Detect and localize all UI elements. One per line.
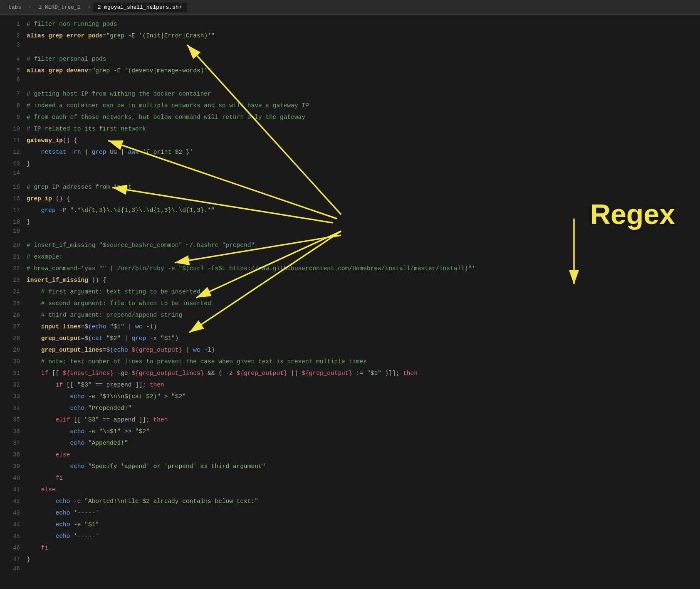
line-46: 46 fi <box>0 542 700 554</box>
line-20: 20# insert_if_missing "$source_bashrc_co… <box>0 239 700 251</box>
line-40: 40 fi <box>0 472 700 484</box>
line-14: 14 <box>0 170 700 181</box>
line-38: 38 else <box>0 449 700 461</box>
line-24: 24 # first argument: text string to be i… <box>0 286 700 298</box>
line-39: 39 echo "Specify 'append' or 'prepend' a… <box>0 461 700 472</box>
line-13: 13} <box>0 158 700 170</box>
regex-label: Regex <box>590 198 675 230</box>
line-22: 22# brew_command='yes "" | /usr/bin/ruby… <box>0 263 700 274</box>
code-container: 1# filter non-running pods 2alias grep_e… <box>0 15 700 589</box>
line-9: 9# from each of those networks, but belo… <box>0 111 700 123</box>
line-28: 28 grep_output=$(cat "$2" | grep -x "$1"… <box>0 333 700 344</box>
tab-tabs[interactable]: tabs <box>3 2 26 12</box>
line-6: 6 <box>0 76 700 88</box>
line-32: 32 if [[ "$3" == prepend ]]; then <box>0 379 700 391</box>
line-47: 47} <box>0 554 700 565</box>
line-25: 25 # second argument: file to which to b… <box>0 298 700 309</box>
line-44: 44 echo -e "$1" <box>0 519 700 530</box>
line-3: 3 <box>0 42 700 53</box>
line-41: 41 else <box>0 484 700 495</box>
line-4: 4# filter personal pods <box>0 53 700 65</box>
line-5: 5alias grep_devenv="grep -E '(devenv|man… <box>0 65 700 76</box>
line-26: 26 # third argument: prepend/append stri… <box>0 309 700 321</box>
line-36: 36 echo -e "\n$1" >> "$2" <box>0 426 700 437</box>
line-12: 12 netstat -rn | grep UG | awk '{ print … <box>0 146 700 158</box>
line-42: 42 echo -e "Aborted!\nFile $2 already co… <box>0 495 700 507</box>
line-10: 10# IP related to its first network <box>0 123 700 135</box>
tab-bar: tabs › 1 NERD_tree_1 › 2 mgoyal_shell_he… <box>0 0 700 15</box>
tab-nerd-tree[interactable]: 1 NERD_tree_1 <box>33 2 85 12</box>
line-29: 29 grep_output_lines=$(echo ${grep_outpu… <box>0 344 700 356</box>
line-2: 2alias grep_error_pods="grep -E '(Init|E… <box>0 30 700 42</box>
line-34: 34 echo "Prepended!" <box>0 402 700 414</box>
line-1: 1# filter non-running pods <box>0 18 700 30</box>
line-43: 43 echo '-----' <box>0 507 700 519</box>
line-37: 37 echo "Appended!" <box>0 437 700 449</box>
line-35: 35 elif [[ "$3" == append ]]; then <box>0 414 700 426</box>
tab-shell-helpers[interactable]: 2 mgoyal_shell_helpers.sh+ <box>93 2 187 12</box>
line-21: 21# example: <box>0 251 700 263</box>
line-7: 7# getting host IP from withing the dock… <box>0 88 700 100</box>
line-30: 30 # note: test number of lines to preve… <box>0 356 700 367</box>
line-23: 23insert_if_missing () { <box>0 274 700 286</box>
line-48: 48 <box>0 565 700 577</box>
line-15: 15# grep IP adresses from input <box>0 181 700 193</box>
line-31: 31 if [[ ${input_lines} -ge ${grep_outpu… <box>0 367 700 379</box>
line-33: 33 echo -e "$1\n\n$(cat $2)" > "$2" <box>0 391 700 402</box>
line-27: 27 input_lines=$(echo "$1" | wc -l) <box>0 321 700 333</box>
line-45: 45 echo '-----' <box>0 530 700 542</box>
line-11: 11gateway_ip() { <box>0 135 700 146</box>
line-8: 8# indeed a container can be in multiple… <box>0 100 700 111</box>
